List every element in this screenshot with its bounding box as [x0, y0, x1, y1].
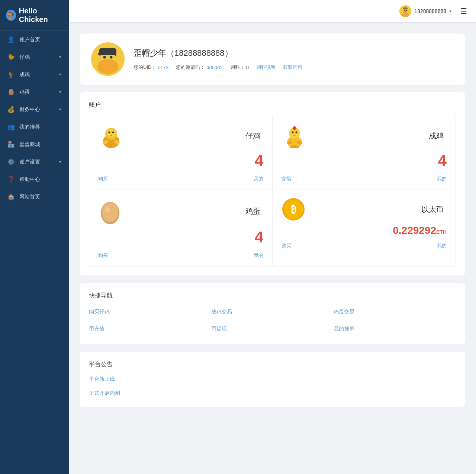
quicknav-item[interactable]: 我的挂单	[334, 323, 456, 335]
sidebar-icon: ❓	[7, 176, 15, 183]
sidebar-chevron-icon: ▾	[59, 107, 61, 112]
egg-my-link[interactable]: 我的	[254, 252, 263, 259]
svg-point-19	[112, 132, 114, 133]
sidebar-item-left: 🏠 网站首页	[7, 193, 40, 200]
app-title: Hello Chicken	[19, 7, 63, 24]
egg-buy-link[interactable]: 购买	[98, 252, 108, 259]
top-navbar: 18288888888 ▾ ☰	[69, 0, 476, 22]
sidebar-item-鸡蛋[interactable]: 🥚 鸡蛋 ▾	[0, 83, 69, 101]
quicknav-title: 快捷导航	[89, 292, 456, 300]
avatar	[399, 5, 411, 17]
menu-icon[interactable]: ☰	[460, 7, 467, 16]
chick-my-link[interactable]: 我的	[254, 175, 263, 182]
egg-card-header: 鸡蛋	[98, 197, 263, 225]
announce-list: 平台新上线正式开启内测	[89, 374, 456, 398]
cards-grid: 仔鸡 4 购买 我的	[89, 115, 456, 267]
egg-card-title: 鸡蛋	[122, 206, 263, 216]
sidebar: 🐓 Hello Chicken 👤 账户首页 🐤 仔鸡 ▾ 🐓 成鸡 ▾	[0, 0, 69, 474]
profile-name: 歪帽少年（18288888888）	[134, 48, 454, 59]
hen-card: 成鸡 4 交易 我的	[273, 115, 456, 190]
sidebar-item-账户设置[interactable]: ⚙️ 账户设置 ▾	[0, 153, 69, 171]
sidebar-item-left: 👥 我的推荐	[7, 123, 40, 130]
sidebar-item-label: 蛋蛋商城	[19, 141, 40, 148]
hen-card-header: 成鸡	[282, 123, 447, 149]
eth-card-header: ₿ 以太币	[282, 197, 447, 222]
page-content: 歪帽少年（18288888888） 您的UID： 5173 您的邀请码： dd5…	[69, 22, 476, 474]
feed-desc-link[interactable]: 饲料说明	[256, 64, 276, 71]
quicknav-item[interactable]: 购买仔鸡	[89, 306, 211, 318]
eth-actions: 购买 我的	[282, 242, 447, 249]
account-section: 账户	[80, 92, 465, 275]
profile-meta: 您的UID： 5173 您的邀请码： dd5dd2 饲料： 0 饲料说明 获取饲…	[134, 64, 454, 71]
svg-point-26	[292, 132, 294, 133]
chick-buy-link[interactable]: 购买	[98, 175, 108, 182]
svg-point-29	[293, 126, 296, 129]
svg-point-5	[406, 10, 407, 11]
sidebar-item-left: 👤 账户首页	[7, 36, 40, 43]
eth-value-display: 0.229292ETH	[282, 225, 447, 236]
invite-label: 您的邀请码：	[176, 64, 205, 71]
chick-icon	[98, 123, 124, 149]
sidebar-item-label: 账户设置	[19, 159, 40, 165]
eth-value: 0.229292	[393, 225, 436, 236]
account-title: 账户	[89, 101, 456, 109]
sidebar-item-帮助中心[interactable]: ❓ 帮助中心	[0, 171, 69, 188]
eth-card-title: 以太币	[306, 204, 447, 215]
chick-count: 4	[98, 152, 263, 170]
svg-point-12	[97, 59, 118, 74]
sidebar-item-账户首页[interactable]: 👤 账户首页	[0, 31, 69, 48]
sidebar-item-left: 🐤 仔鸡	[7, 54, 30, 61]
eth-card: ₿ 以太币 0.229292ETH 购买 我的	[273, 190, 456, 266]
quicknav-item[interactable]: 成鸡交易	[211, 306, 334, 318]
eth-buy-link[interactable]: 购买	[282, 242, 291, 249]
announce-item[interactable]: 正式开启内测	[89, 388, 456, 398]
sidebar-logo[interactable]: 🐓 Hello Chicken	[0, 0, 69, 31]
quicknav-item[interactable]: 币提现	[211, 323, 334, 335]
feed-value: 0	[246, 65, 249, 70]
sidebar-icon: 🐓	[7, 71, 15, 78]
sidebar-item-成鸡[interactable]: 🐓 成鸡 ▾	[0, 66, 69, 83]
egg-icon	[98, 197, 122, 225]
profile-section: 歪帽少年（18288888888） 您的UID： 5173 您的邀请码： dd5…	[80, 33, 465, 85]
eth-my-link[interactable]: 我的	[437, 242, 447, 249]
uid-value[interactable]: 5173	[158, 65, 168, 70]
feed-label: 饲料：	[230, 64, 245, 71]
svg-point-4	[404, 10, 405, 11]
quicknav-grid: 购买仔鸡成鸡交易鸡蛋交易币充值币提现我的挂单	[89, 306, 456, 335]
sidebar-item-蛋蛋商城[interactable]: 🏪 蛋蛋商城	[0, 136, 69, 153]
hen-count: 4	[282, 152, 447, 170]
sidebar-item-label: 账户首页	[19, 36, 40, 43]
sidebar-item-label: 财务中心	[19, 106, 40, 113]
sidebar-item-left: 🐓 成鸡	[7, 71, 30, 78]
hen-trade-link[interactable]: 交易	[282, 175, 291, 182]
svg-point-33	[294, 132, 295, 134]
sidebar-item-网站首页[interactable]: 🏠 网站首页	[0, 188, 69, 206]
sidebar-icon: 🏪	[7, 141, 15, 148]
sidebar-chevron-icon: ▾	[59, 159, 61, 164]
uid-item: 您的UID： 5173	[134, 64, 168, 71]
quicknav-item[interactable]: 鸡蛋交易	[334, 306, 456, 318]
svg-point-23	[106, 144, 116, 148]
sidebar-item-label: 成鸡	[19, 71, 30, 78]
sidebar-item-label: 仔鸡	[19, 54, 30, 61]
sidebar-icon: 💰	[7, 106, 15, 113]
user-menu[interactable]: 18288888888 ▾	[399, 5, 451, 17]
announce-item[interactable]: 平台新上线	[89, 374, 456, 384]
sidebar-item-label: 帮助中心	[19, 176, 40, 183]
sidebar-item-label: 我的推荐	[19, 124, 40, 130]
sidebar-item-我的推荐[interactable]: 👥 我的推荐	[0, 118, 69, 136]
sidebar-icon: 👥	[7, 123, 15, 130]
egg-count: 4	[98, 228, 263, 246]
invite-value[interactable]: dd5dd2	[206, 65, 222, 70]
quicknav-item[interactable]: 币充值	[89, 323, 211, 335]
sidebar-icon: 🐤	[7, 54, 15, 61]
hen-my-link[interactable]: 我的	[437, 175, 447, 182]
sidebar-item-财务中心[interactable]: 💰 财务中心 ▾	[0, 101, 69, 118]
invite-item: 您的邀请码： dd5dd2	[176, 64, 222, 71]
chick-actions: 购买 我的	[98, 175, 263, 182]
feed-get-link[interactable]: 获取饲料	[283, 64, 302, 71]
main-content: 18288888888 ▾ ☰	[69, 0, 476, 474]
logo-icon: 🐓	[6, 10, 16, 21]
sidebar-item-仔鸡[interactable]: 🐤 仔鸡 ▾	[0, 48, 69, 66]
chick-card-title: 仔鸡	[124, 131, 263, 141]
